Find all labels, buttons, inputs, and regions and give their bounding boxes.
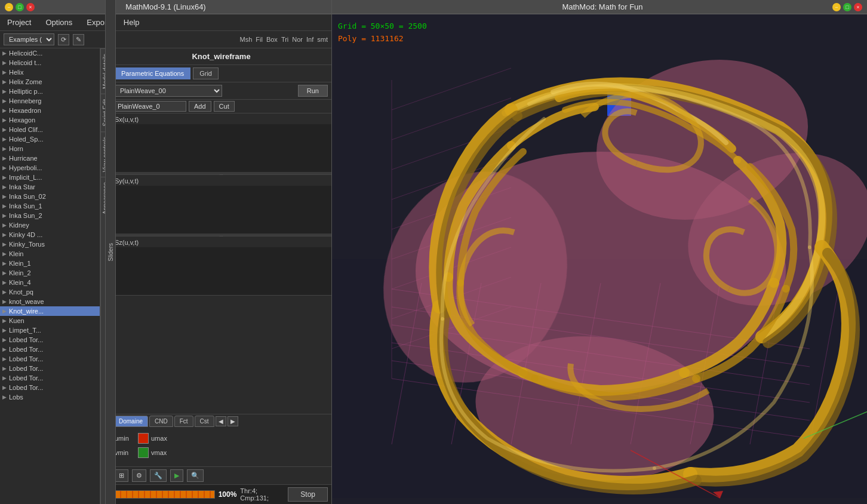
right-maximize-btn[interactable]: □ <box>843 3 851 11</box>
svg-line-18 <box>392 68 511 110</box>
formula-bar: PlainWeave_00 Run <box>111 82 331 100</box>
umin-label: umin <box>115 435 136 442</box>
list-item[interactable]: ▶Lobed Tor... <box>0 345 100 354</box>
list-item[interactable]: ▶Hyperboli... <box>0 163 100 173</box>
sx-resize-handle[interactable]: ··· <box>111 172 331 174</box>
prev-tab-btn[interactable]: ◀ <box>216 416 226 426</box>
right-title-bar: MathMod: Math for Fun − □ × <box>332 0 867 14</box>
list-item[interactable]: ▶Kuen <box>0 316 100 325</box>
tool-btn-3[interactable]: 🔧 <box>150 469 167 482</box>
list-item[interactable]: ▶Helix Zome <box>0 77 100 87</box>
list-item[interactable]: ▶Kinky_Torus <box>0 239 100 249</box>
sliders-label: Sliders <box>107 243 114 262</box>
left-title-bar: − □ × MathMod-9.1 (Linux64) <box>0 0 331 14</box>
list-item[interactable]: ▶Helliptic p... <box>0 87 100 96</box>
tool-btn-5[interactable]: 🔍 <box>187 469 204 482</box>
right-minimize-btn[interactable]: − <box>832 3 841 11</box>
list-item[interactable]: ▶Helicoid t... <box>0 58 100 67</box>
formula-name-input[interactable] <box>115 101 186 112</box>
maximize-btn[interactable]: □ <box>16 3 24 11</box>
list-item[interactable]: ▶Knot_pq <box>0 287 100 297</box>
close-btn[interactable]: × <box>26 3 35 11</box>
viewport[interactable]: Grid = 50×50 = 2500 Poly = 1131162 <box>332 14 867 504</box>
sx-section: Sx(u,v,t) ··· <box>111 113 331 175</box>
list-item[interactable]: ▶Lobed Tor... <box>0 354 100 364</box>
refresh-btn[interactable]: ⟳ <box>58 34 69 45</box>
sy-textarea[interactable] <box>111 186 331 233</box>
nor-label: Nor <box>292 36 303 43</box>
tab-grid[interactable]: Grid <box>193 67 219 79</box>
sliders-tab[interactable]: Sliders <box>105 48 116 504</box>
list-item[interactable]: ▶Hexagon <box>0 115 100 125</box>
run-button[interactable]: Run <box>298 85 328 97</box>
tool-btn-4[interactable]: ▶ <box>170 469 183 482</box>
list-item[interactable]: ▶Implicit_L... <box>0 173 100 182</box>
tab-parametric[interactable]: Parametric Equations <box>115 67 190 79</box>
domain-area: umin umax vmin vmax <box>111 428 331 466</box>
list-item[interactable]: ▶Kidney <box>0 220 100 230</box>
btab-domaine[interactable]: Domaine <box>113 416 148 427</box>
progress-bar-container <box>115 490 215 499</box>
list-item[interactable]: ▶HelicoidC... <box>0 48 100 58</box>
list-item[interactable]: ▶Lobed Tor... <box>0 383 100 392</box>
msh-label: Msh <box>240 36 253 43</box>
right-window-title: MathMod: Math for Fun <box>562 2 642 11</box>
list-item[interactable]: ▶Inka Sun_1 <box>0 201 100 211</box>
list-item[interactable]: ▶Kinky 4D ... <box>0 230 100 239</box>
list-item[interactable]: ▶Holed Clif... <box>0 125 100 134</box>
list-item-hurricane[interactable]: ▶Hurricane <box>0 153 100 163</box>
list-item[interactable]: ▶knot_weave <box>0 297 100 306</box>
btab-cnd[interactable]: CND <box>149 416 173 427</box>
list-item[interactable]: ▶Henneberg <box>0 96 100 106</box>
list-item[interactable]: ▶Lobed Tor... <box>0 373 100 383</box>
tri-label: Tri <box>281 36 288 43</box>
list-item[interactable]: ▶Klein_4 <box>0 278 100 287</box>
examples-dropdown[interactable]: Examples (35# <box>4 33 54 45</box>
sz-textarea[interactable] <box>111 247 331 295</box>
btab-cst[interactable]: Cst <box>195 416 214 427</box>
main-content-area: ▶HelicoidC... ▶Helicoid t... ▶Helix ▶Hel… <box>0 48 331 504</box>
menu-project[interactable]: Project <box>5 17 33 28</box>
edit-btn[interactable]: ✎ <box>73 34 84 45</box>
progress-percentage: 100% <box>219 490 237 499</box>
sx-label: Sx(u,v,t) <box>111 113 331 124</box>
list-item[interactable]: ▶Klein <box>0 249 100 259</box>
list-item-knot-wire[interactable]: ▶Knot_wire... <box>0 306 100 316</box>
list-item[interactable]: ▶Klein_2 <box>0 268 100 278</box>
right-close-btn[interactable]: × <box>854 3 862 11</box>
list-item[interactable]: ▶Klein_1 <box>0 259 100 268</box>
left-panel: − □ × MathMod-9.1 (Linux64) Project Opti… <box>0 0 332 504</box>
list-item[interactable]: ▶Inka Sun_02 <box>0 192 100 201</box>
sx-textarea[interactable] <box>111 124 331 172</box>
cut-button[interactable]: Cut <box>214 101 235 112</box>
add-button[interactable]: Add <box>189 101 211 112</box>
knot-viewport-svg: Y <box>332 14 867 504</box>
minimize-btn[interactable]: − <box>5 3 13 11</box>
list-item[interactable]: ▶Helix <box>0 67 100 77</box>
list-item[interactable]: ▶Lobs <box>0 392 100 402</box>
vmin-row: vmin vmax <box>115 447 328 458</box>
tool-btn-1[interactable]: ⊞ <box>115 469 128 482</box>
fil-label: Fil <box>256 36 263 43</box>
bottom-tabs-bar: Domaine CND Fct Cst ◀ ▶ <box>111 414 331 428</box>
list-item[interactable]: ▶Lobed Tor... <box>0 335 100 345</box>
menu-help[interactable]: Help <box>121 17 142 28</box>
list-item[interactable]: ▶Inka Sun_2 <box>0 211 100 220</box>
sy-resize-handle[interactable]: ··· <box>111 233 331 236</box>
formula-name-bar: Add Cut <box>111 100 331 113</box>
btab-fct[interactable]: Fct <box>174 416 193 427</box>
formula-dropdown[interactable]: PlainWeave_00 <box>115 85 222 97</box>
list-item[interactable]: ▶Holed_Sp... <box>0 134 100 144</box>
menu-options[interactable]: Options <box>43 17 75 28</box>
list-item[interactable]: ▶Hexaedron <box>0 106 100 115</box>
stop-button[interactable]: Stop <box>288 487 328 502</box>
list-item-horn[interactable]: ▶Horn <box>0 144 100 153</box>
next-tab-btn[interactable]: ▶ <box>227 416 238 426</box>
progress-info: Thr:4; Cmp:131; <box>240 487 284 502</box>
sy-section: Sy(u,v,t) ··· <box>111 175 331 236</box>
list-item[interactable]: ▶Lobed Tor... <box>0 364 100 373</box>
list-item[interactable]: ▶Inka Star <box>0 182 100 192</box>
menu-bar: Project Options Export Help <box>0 14 331 31</box>
tool-btn-2[interactable]: ⚙ <box>132 469 146 482</box>
list-item[interactable]: ▶Limpet_T... <box>0 325 100 335</box>
